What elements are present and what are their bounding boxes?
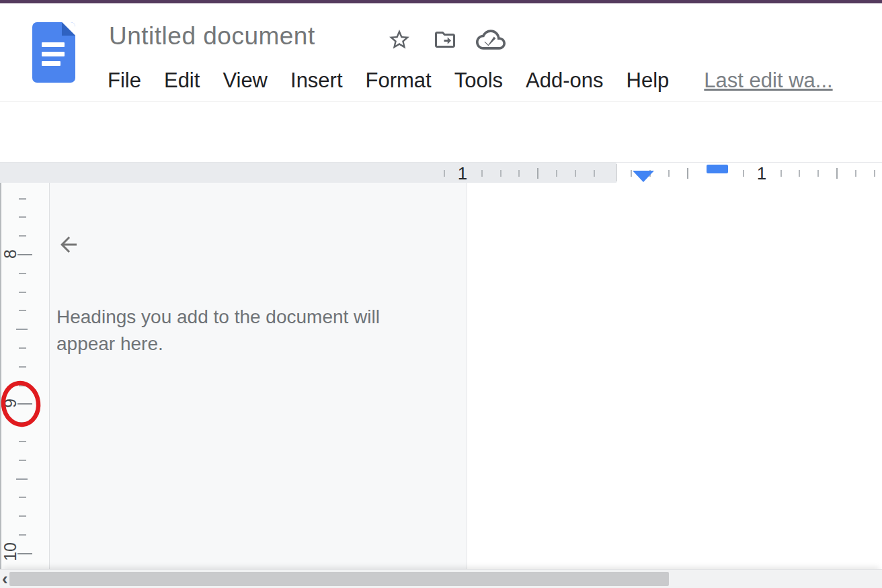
docs-logo-line (42, 61, 61, 66)
toolbar: 100% Normal text Arial − 11 + (0, 102, 882, 161)
h-ruler-tick (575, 170, 576, 177)
h-ruler-tick (481, 170, 483, 177)
docs-logo-line (42, 42, 65, 47)
outline-hint-line1: Headings you add to the document will (56, 304, 380, 331)
h-ruler-tick (594, 170, 595, 177)
h-ruler-tick (631, 170, 632, 177)
v-ruler-tick (17, 553, 32, 554)
docs-logo-line (42, 52, 65, 56)
v-ruler-tick (19, 441, 26, 442)
h-ruler-tick (874, 170, 875, 177)
h-ruler-tick (444, 170, 445, 177)
star-icon[interactable] (387, 28, 411, 54)
h-ruler-tick (780, 170, 782, 177)
h-ruler-tick (668, 170, 670, 177)
document-title[interactable]: Untitled document (109, 22, 315, 50)
h-ruler-tick (537, 168, 538, 179)
v-ruler-tick (16, 329, 28, 330)
v-ruler-tick (16, 478, 28, 480)
document-outline-panel: Headings you add to the document will ap… (50, 183, 467, 569)
red-circle-annotation (0, 379, 44, 429)
menu-help[interactable]: Help (627, 69, 670, 93)
outline-empty-hint: Headings you add to the document will ap… (56, 304, 380, 358)
v-ruler-tick (19, 534, 26, 536)
v-ruler-tick (19, 198, 26, 200)
menu-insert[interactable]: Insert (290, 69, 343, 93)
v-ruler-tick (19, 310, 26, 311)
ruler-page-edge (616, 164, 617, 181)
close-outline-arrow-icon[interactable] (56, 233, 81, 257)
h-ruler-tick (817, 170, 819, 177)
menu-add-ons[interactable]: Add-ons (526, 69, 603, 93)
h-ruler-tick (518, 170, 520, 177)
v-ruler-label-10: 10 (1, 544, 19, 561)
menu-format[interactable]: Format (366, 69, 432, 93)
v-ruler-tick (19, 366, 26, 368)
menu-bar: File Edit View Insert Format Tools Add-o… (108, 65, 833, 96)
v-ruler-tick (19, 460, 26, 461)
scroll-left-arrow-icon[interactable]: ‹ (2, 570, 8, 588)
v-ruler-tick (19, 273, 26, 274)
left-indent-marker[interactable] (633, 171, 654, 182)
document-page[interactable] (467, 183, 882, 569)
v-ruler-tick (19, 216, 26, 218)
v-ruler-tick (19, 347, 26, 349)
header: Untitled document File Edit View Insert … (0, 3, 882, 102)
h-ruler-label-1b: 1 (752, 163, 771, 184)
vertical-ruler: 8 9 10 (0, 183, 50, 569)
menu-view[interactable]: View (223, 69, 268, 93)
v-ruler-tick (19, 497, 26, 498)
v-ruler-tick (19, 515, 26, 517)
horizontal-ruler: 1 1 (0, 162, 882, 183)
v-ruler-tick (19, 292, 26, 293)
scrollbar-thumb[interactable] (9, 572, 669, 586)
first-line-indent-marker[interactable] (707, 165, 728, 173)
last-edit-link[interactable]: Last edit wa... (704, 69, 832, 93)
menu-tools[interactable]: Tools (454, 69, 503, 93)
h-ruler-tick (687, 168, 688, 179)
h-ruler-tick (743, 170, 744, 177)
h-ruler-tick (556, 170, 557, 177)
menu-edit[interactable]: Edit (164, 69, 200, 93)
horizontal-scrollbar[interactable]: ‹ (0, 569, 882, 588)
v-ruler-label-8: 8 (1, 245, 19, 263)
h-ruler-label-1: 1 (453, 163, 472, 184)
h-ruler-tick (799, 170, 800, 177)
menu-file[interactable]: File (108, 69, 141, 93)
cloud-saved-icon[interactable] (476, 29, 506, 53)
content-area: 8 9 10 Headings you add to the document … (0, 183, 882, 569)
outline-hint-line2: appear here. (56, 331, 380, 358)
v-ruler-tick (19, 235, 26, 237)
docs-logo-fold (62, 22, 75, 36)
ruler-margin-zone (0, 163, 616, 183)
h-ruler-tick (836, 168, 838, 179)
move-folder-icon[interactable] (433, 28, 457, 54)
h-ruler-tick (500, 170, 502, 177)
google-docs-window: Untitled document File Edit View Insert … (0, 0, 882, 588)
google-docs-logo-icon[interactable] (32, 22, 75, 83)
v-ruler-tick (17, 254, 32, 255)
h-ruler-tick (855, 170, 856, 177)
